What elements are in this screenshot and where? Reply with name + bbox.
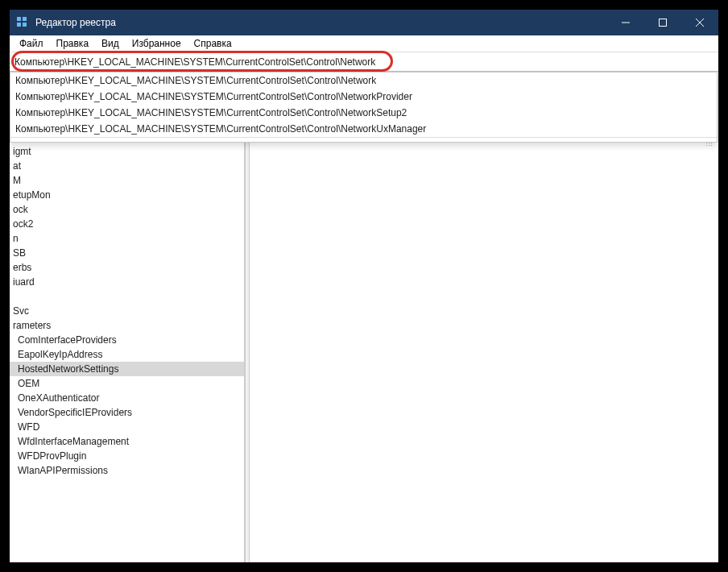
menu-view[interactable]: Вид xyxy=(95,36,126,51)
svg-rect-0 xyxy=(17,17,21,21)
svg-rect-2 xyxy=(17,23,21,27)
tree-item[interactable]: HostedNetworkSettings xyxy=(10,362,244,376)
menu-favorites[interactable]: Избранное xyxy=(126,36,188,51)
tree-item[interactable]: ock2 xyxy=(10,217,244,231)
tree-item[interactable]: iuard xyxy=(10,275,244,289)
tree-item[interactable]: OneXAuthenticator xyxy=(10,391,244,405)
tree-item[interactable]: ComInterfaceProviders xyxy=(10,333,244,347)
tree-item[interactable]: rameters xyxy=(10,318,244,333)
suggestion-item[interactable]: Компьютер\HKEY_LOCAL_MACHINE\SYSTEM\Curr… xyxy=(10,121,717,137)
svg-rect-3 xyxy=(23,23,27,27)
titlebar[interactable]: Редактор реестра xyxy=(10,10,718,35)
suggestion-item[interactable]: Компьютер\HKEY_LOCAL_MACHINE\SYSTEM\Curr… xyxy=(10,73,717,89)
menu-edit[interactable]: Правка xyxy=(50,36,96,51)
tree-item[interactable]: igmt xyxy=(10,144,244,159)
suggestion-resize-grip[interactable] xyxy=(10,137,717,142)
content-area: scribeServicescribeSplitTunnelun420ttpAu… xyxy=(10,72,718,562)
tree-item[interactable]: WFD xyxy=(10,420,244,434)
tree-item[interactable]: etupMon xyxy=(10,188,244,202)
close-button[interactable] xyxy=(681,10,718,35)
tree-item[interactable]: EapolKeyIpAddress xyxy=(10,347,244,362)
tree-item[interactable]: WFDProvPlugin xyxy=(10,449,244,463)
address-bar xyxy=(10,52,718,72)
tree-item[interactable]: M xyxy=(10,173,244,188)
tree-item[interactable]: WlanAPIPermissions xyxy=(10,463,244,478)
svg-rect-1 xyxy=(23,17,27,21)
tree-item[interactable]: erbs xyxy=(10,260,244,275)
tree-item[interactable]: OEM xyxy=(10,376,244,391)
tree-item[interactable]: n xyxy=(10,231,244,246)
registry-editor-window: Редактор реестра Файл Правка Вид Избранн… xyxy=(10,10,718,562)
svg-rect-5 xyxy=(660,19,667,27)
suggestion-item[interactable]: Компьютер\HKEY_LOCAL_MACHINE\SYSTEM\Curr… xyxy=(10,105,717,121)
app-icon xyxy=(16,16,29,29)
maximize-button[interactable] xyxy=(644,10,681,35)
window-title: Редактор реестра xyxy=(35,17,116,28)
tree-item[interactable]: ock xyxy=(10,202,244,217)
menu-file[interactable]: Файл xyxy=(13,36,50,51)
menubar: Файл Правка Вид Избранное Справка xyxy=(10,35,718,52)
tree-pane[interactable]: scribeServicescribeSplitTunnelun420ttpAu… xyxy=(10,72,245,562)
address-input[interactable] xyxy=(10,55,718,69)
tree-item[interactable]: at xyxy=(10,159,244,173)
menu-help[interactable]: Справка xyxy=(188,36,238,51)
suggestion-item[interactable]: Компьютер\HKEY_LOCAL_MACHINE\SYSTEM\Curr… xyxy=(10,89,717,105)
tree-item[interactable]: VendorSpecificIEProviders xyxy=(10,405,244,420)
tree-item[interactable]: SB xyxy=(10,246,244,260)
tree-item[interactable] xyxy=(10,289,244,304)
minimize-button[interactable] xyxy=(607,10,644,35)
tree-item[interactable]: WfdInterfaceManagement xyxy=(10,434,244,449)
tree-item[interactable]: Svc xyxy=(10,304,244,318)
address-suggestions: Компьютер\HKEY_LOCAL_MACHINE\SYSTEM\Curr… xyxy=(10,72,718,143)
value-pane[interactable]: 011 110 HostedNetworkSettings REG_BINARY… xyxy=(250,72,718,562)
